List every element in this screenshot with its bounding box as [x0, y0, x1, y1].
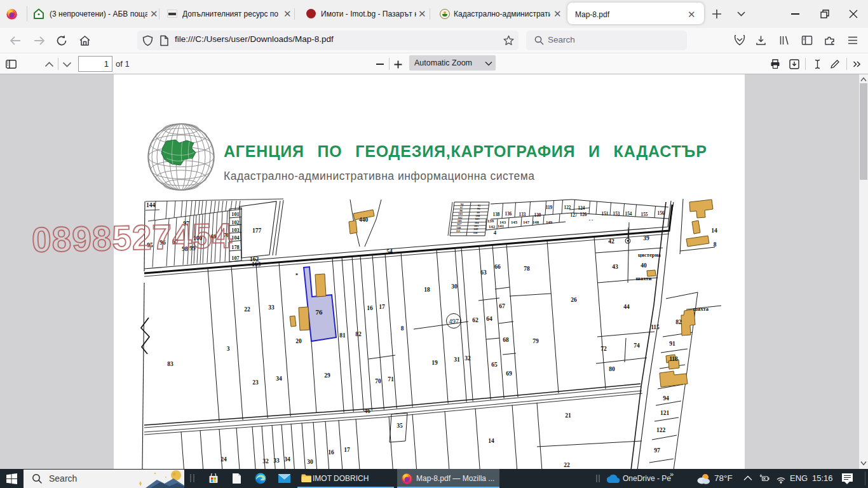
svg-text:97: 97 — [460, 206, 463, 209]
svg-text:80: 80 — [609, 366, 615, 372]
svg-text:91: 91 — [669, 341, 675, 347]
svg-text:138: 138 — [493, 212, 500, 217]
svg-text:141: 141 — [498, 224, 505, 228]
svg-text:8: 8 — [714, 241, 717, 248]
svg-text:96: 96 — [477, 207, 480, 210]
svg-text:34: 34 — [284, 456, 290, 463]
svg-text:144: 144 — [146, 202, 156, 208]
svg-text:14: 14 — [488, 438, 494, 444]
svg-text:106: 106 — [458, 219, 463, 222]
svg-text:70: 70 — [375, 378, 381, 384]
svg-text:118: 118 — [669, 356, 678, 362]
svg-text:17: 17 — [344, 447, 350, 453]
svg-text:151: 151 — [602, 212, 609, 217]
svg-text:104: 104 — [475, 221, 480, 224]
svg-text:127: 127 — [571, 213, 578, 218]
svg-text:42: 42 — [608, 238, 614, 245]
svg-text:100: 100 — [475, 214, 480, 217]
svg-text:24: 24 — [220, 456, 227, 463]
svg-text:72: 72 — [600, 346, 607, 352]
svg-text:101: 101 — [231, 212, 239, 217]
svg-text:142: 142 — [489, 224, 496, 229]
svg-text:68: 68 — [503, 337, 509, 343]
svg-text:107: 107 — [457, 222, 462, 226]
svg-text:107: 107 — [231, 255, 239, 261]
svg-text:22: 22 — [244, 306, 250, 313]
svg-text:108: 108 — [456, 226, 461, 229]
svg-text:63: 63 — [480, 269, 487, 276]
svg-text:44: 44 — [623, 304, 630, 310]
svg-text:156: 156 — [658, 211, 665, 216]
svg-text:33: 33 — [273, 458, 280, 464]
svg-text:153: 153 — [613, 212, 620, 217]
svg-text:103: 103 — [475, 217, 480, 220]
svg-text:67: 67 — [499, 303, 505, 309]
svg-text:148: 148 — [532, 220, 539, 224]
svg-text:62: 62 — [472, 317, 478, 323]
svg-text:97: 97 — [654, 447, 660, 454]
svg-text:83: 83 — [167, 361, 173, 367]
svg-text:102: 102 — [458, 216, 463, 219]
svg-text:14: 14 — [711, 227, 717, 234]
svg-text:шахти: шахти — [636, 275, 652, 281]
svg-text:43: 43 — [612, 264, 618, 270]
svg-text:20: 20 — [295, 338, 302, 344]
svg-text:104: 104 — [231, 235, 239, 241]
svg-text:32: 32 — [465, 355, 471, 362]
svg-text:21: 21 — [565, 412, 571, 419]
svg-text:147: 147 — [523, 220, 530, 224]
svg-text:33: 33 — [268, 304, 275, 311]
svg-text:65: 65 — [491, 362, 498, 368]
svg-text:4: 4 — [494, 229, 497, 236]
svg-text:81: 81 — [339, 332, 346, 339]
svg-text:149: 149 — [546, 220, 553, 224]
svg-text:30: 30 — [451, 283, 458, 290]
svg-text:163: 163 — [252, 261, 261, 268]
svg-text:111: 111 — [456, 229, 461, 233]
svg-text:109: 109 — [473, 227, 478, 231]
svg-text:шахта: шахта — [693, 306, 709, 312]
svg-text:103: 103 — [231, 227, 239, 233]
svg-text:139: 139 — [487, 219, 494, 223]
svg-text:74: 74 — [634, 342, 640, 349]
svg-text:16: 16 — [367, 305, 373, 311]
svg-text:136: 136 — [505, 212, 512, 217]
svg-text:23: 23 — [252, 379, 259, 386]
svg-text:79: 79 — [532, 338, 539, 344]
svg-text:29: 29 — [324, 372, 330, 379]
svg-text:16: 16 — [328, 449, 334, 456]
svg-text:64: 64 — [486, 316, 492, 322]
svg-text:121: 121 — [660, 410, 670, 416]
svg-text:76: 76 — [316, 308, 323, 316]
svg-text:154: 154 — [625, 212, 632, 217]
svg-text:82: 82 — [675, 319, 682, 325]
svg-text:145: 145 — [511, 220, 518, 224]
svg-text:32: 32 — [262, 458, 269, 464]
svg-text:82: 82 — [355, 331, 362, 337]
svg-text:54: 54 — [386, 248, 393, 255]
svg-text:66: 66 — [494, 264, 501, 270]
svg-text:177: 177 — [252, 227, 262, 234]
svg-text:30: 30 — [307, 459, 313, 465]
svg-text:440: 440 — [359, 217, 369, 223]
svg-text:105: 105 — [474, 224, 479, 227]
svg-text:101: 101 — [458, 212, 463, 215]
svg-text:94: 94 — [461, 203, 464, 206]
svg-text:122: 122 — [564, 205, 571, 210]
svg-text:40: 40 — [641, 262, 647, 269]
svg-text:39: 39 — [643, 235, 649, 241]
svg-text:95: 95 — [478, 204, 481, 207]
svg-text:124: 124 — [578, 206, 585, 211]
svg-text:110: 110 — [473, 231, 478, 234]
svg-text:94: 94 — [663, 395, 669, 402]
svg-text:126: 126 — [580, 212, 587, 217]
svg-text:99: 99 — [477, 211, 480, 214]
svg-text:78: 78 — [524, 266, 530, 272]
svg-text:71: 71 — [388, 376, 394, 383]
svg-text:22: 22 — [564, 462, 570, 468]
svg-text:98: 98 — [459, 209, 463, 212]
svg-text:26: 26 — [571, 297, 577, 303]
svg-text:18: 18 — [424, 287, 430, 293]
svg-text:3: 3 — [227, 346, 230, 352]
svg-text:17: 17 — [379, 304, 385, 310]
